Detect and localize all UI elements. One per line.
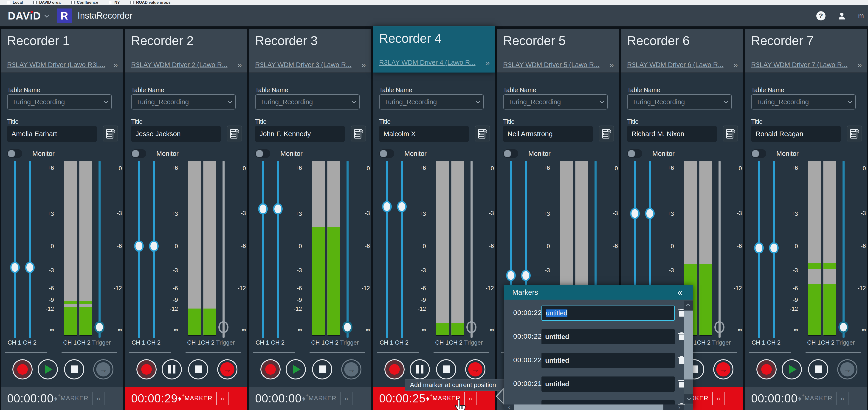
table-name-select[interactable]: Turing_Recording (627, 94, 732, 109)
marker-name-input[interactable]: untitled (541, 377, 675, 391)
chevron-down-icon[interactable] (44, 12, 50, 18)
driver-link[interactable]: R3LAY WDM Driver 7 (Lawo R... (751, 61, 847, 69)
scroll-down-button[interactable] (684, 395, 693, 404)
driver-link[interactable]: R3LAY WDM Driver 3 (Lawo R... (255, 61, 351, 69)
collapse-panel-icon[interactable]: « (678, 288, 682, 297)
ch1-fader-knob[interactable] (258, 203, 268, 215)
driver-expand-icon[interactable]: » (362, 60, 366, 69)
recorder-header[interactable]: Recorder 7 R3LAY WDM Driver 7 (Lawo R...… (745, 29, 867, 73)
marker-list-expand-icon[interactable]: » (340, 392, 352, 405)
driver-link[interactable]: R3LAY WDM Driver 4 (Lawo R... (379, 59, 475, 66)
trigger-fader-track[interactable] (346, 161, 348, 338)
play-button[interactable] (286, 359, 306, 379)
monitor-toggle[interactable] (255, 149, 270, 158)
goto-end-button[interactable]: → (465, 359, 486, 379)
scroll-right-button[interactable]: › (674, 405, 684, 410)
title-input[interactable] (751, 126, 841, 141)
browse-titles-button[interactable] (103, 126, 118, 142)
ch1-fader-track[interactable] (386, 161, 388, 338)
ch1-fader-track[interactable] (14, 161, 16, 338)
driver-expand-icon[interactable]: » (734, 60, 738, 69)
record-button[interactable] (136, 359, 157, 379)
monitor-toggle[interactable] (627, 149, 642, 158)
driver-expand-icon[interactable]: » (238, 60, 242, 69)
user-icon[interactable] (837, 11, 847, 21)
ch1-fader-knob[interactable] (754, 242, 764, 254)
ch2-fader-knob[interactable] (645, 208, 655, 219)
driver-expand-icon[interactable]: » (610, 60, 614, 69)
ch2-fader-knob[interactable] (149, 240, 159, 252)
stop-button[interactable] (312, 359, 332, 379)
driver-expand-icon[interactable]: » (858, 60, 862, 69)
bookmark-item[interactable]: Local (7, 0, 23, 5)
trigger-fader-track[interactable] (718, 161, 720, 338)
scroll-left-button[interactable]: ‹ (504, 405, 514, 410)
david-logo[interactable]: DAViD (8, 10, 41, 22)
ch1-fader-knob[interactable] (10, 262, 20, 273)
delete-marker-icon[interactable] (678, 356, 685, 365)
table-name-select[interactable]: Turing_Recording (255, 94, 360, 109)
browse-titles-button[interactable] (351, 126, 366, 142)
bookmark-item[interactable]: ROAD value props (130, 0, 170, 5)
ch2-fader-knob[interactable] (25, 262, 35, 273)
ch2-fader-knob[interactable] (521, 270, 531, 281)
monitor-toggle[interactable] (379, 149, 394, 158)
browse-titles-button[interactable] (847, 126, 862, 142)
ch1-fader-knob[interactable] (382, 201, 392, 212)
recorder-header[interactable]: Recorder 4 R3LAY WDM Driver 4 (Lawo R...… (373, 26, 495, 73)
ch1-fader-knob[interactable] (134, 240, 144, 252)
marker-list-expand-icon[interactable]: » (836, 392, 848, 405)
horizontal-scrollbar[interactable]: ‹ › (504, 405, 684, 410)
record-button[interactable] (384, 359, 405, 379)
table-name-select[interactable]: Turing_Recording (7, 94, 112, 109)
title-input[interactable] (255, 126, 345, 141)
stop-button[interactable] (436, 359, 456, 379)
monitor-toggle[interactable] (131, 149, 146, 158)
ch2-fader-knob[interactable] (273, 203, 283, 215)
marker-name-input[interactable]: untitled (541, 306, 675, 321)
ch2-fader-knob[interactable] (769, 242, 779, 254)
horizontal-scroll-thumb[interactable] (514, 405, 663, 410)
trigger-fader-track[interactable] (98, 161, 100, 338)
trigger-fader-knob[interactable] (218, 321, 228, 333)
monitor-toggle[interactable] (503, 149, 518, 158)
vertical-scrollbar[interactable] (684, 299, 693, 405)
goto-end-button[interactable]: → (713, 359, 734, 379)
ch2-fader-track[interactable] (277, 161, 279, 338)
record-button[interactable] (756, 359, 777, 379)
pause-button[interactable] (162, 359, 182, 379)
table-name-select[interactable]: Turing_Recording (379, 94, 484, 109)
vertical-scroll-thumb[interactable] (684, 311, 693, 379)
ch1-fader-track[interactable] (262, 161, 264, 338)
recorder-header[interactable]: Recorder 2 R3LAY WDM Driver 2 (Lawo R...… (125, 29, 247, 73)
marker-list-expand-icon[interactable]: » (712, 392, 724, 405)
marker-name-input[interactable]: untitled (541, 329, 675, 344)
marker-button[interactable]: ♦+MARKER » (298, 392, 352, 405)
table-name-select[interactable]: Turing_Recording (131, 94, 236, 109)
title-input[interactable] (7, 126, 97, 141)
pause-button[interactable] (410, 359, 430, 379)
marker-list-expand-icon[interactable]: » (216, 392, 228, 405)
browse-titles-button[interactable] (599, 126, 614, 142)
bookmark-item[interactable]: Confluence (71, 0, 98, 5)
help-icon[interactable]: ? (816, 11, 826, 21)
title-input[interactable] (131, 126, 221, 141)
monitor-toggle[interactable] (7, 149, 22, 158)
goto-end-button[interactable]: → (837, 359, 858, 379)
delete-marker-icon[interactable] (678, 309, 685, 318)
record-button[interactable] (260, 359, 281, 379)
marker-button[interactable]: ♦+MARKER » (174, 392, 228, 405)
driver-link[interactable]: R3LAY WDM Driver 2 (Lawo R... (131, 61, 227, 69)
recorder-header[interactable]: Recorder 6 R3LAY WDM Driver 6 (Lawo R...… (621, 29, 743, 73)
panel-resize-arrow-icon[interactable] (496, 387, 504, 406)
title-input[interactable] (379, 126, 469, 141)
goto-end-button[interactable]: → (217, 359, 238, 379)
marker-name-input[interactable]: untitled (541, 353, 675, 368)
goto-end-button[interactable]: → (93, 359, 114, 379)
ch2-fader-track[interactable] (401, 161, 403, 338)
trigger-fader-track[interactable] (222, 161, 224, 338)
browse-titles-button[interactable] (475, 126, 490, 142)
trigger-fader-knob[interactable] (838, 321, 848, 333)
scroll-up-button[interactable] (684, 301, 693, 310)
trigger-fader-track[interactable] (470, 161, 472, 338)
